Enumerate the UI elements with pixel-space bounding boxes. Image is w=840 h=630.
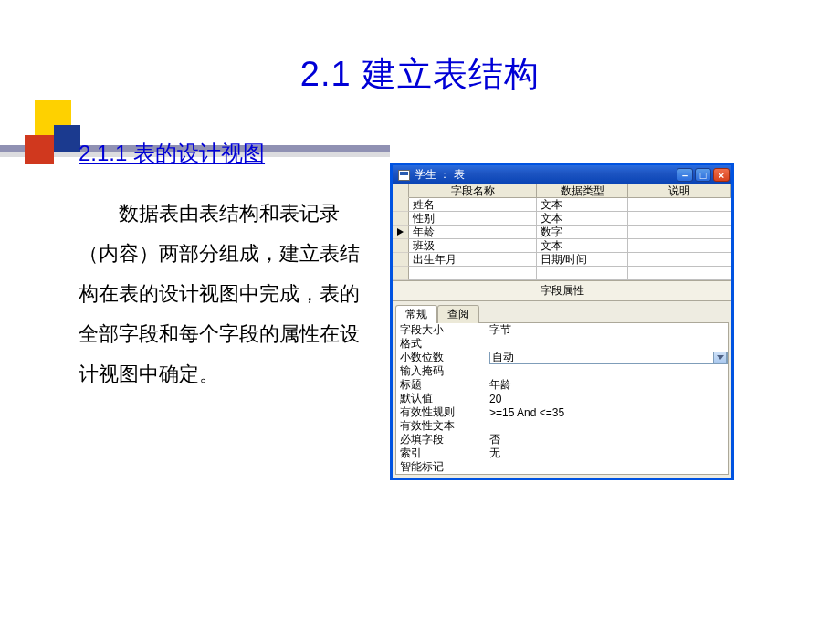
- prop-row: 有效性文本: [396, 419, 728, 433]
- prop-value[interactable]: 年龄: [488, 377, 728, 393]
- tab-lookup[interactable]: 查阅: [437, 305, 479, 323]
- cell-field-desc[interactable]: [628, 212, 731, 226]
- prop-row: 索引无: [396, 446, 728, 460]
- close-button[interactable]: ×: [713, 168, 730, 182]
- cell-field-type[interactable]: 日期/时间: [537, 253, 628, 267]
- col-desc[interactable]: 说明: [628, 184, 731, 198]
- row-selector[interactable]: [393, 253, 409, 267]
- props-tabs: 常规 查阅: [393, 301, 731, 322]
- row-selector[interactable]: [393, 212, 409, 226]
- field-grid: 字段名称 数据类型 说明 姓名文本性别文本年龄数字班级文本出生年月日期/时间: [393, 184, 731, 280]
- tab-general[interactable]: 常规: [395, 305, 437, 323]
- props-panel: 字段大小字节格式小数位数自动输入掩码标题年龄默认值20有效性规则>=15 And…: [395, 322, 729, 475]
- prop-label: 智能标记: [396, 459, 488, 475]
- prop-row: 格式: [396, 337, 728, 351]
- design-window: 学生 ： 表 – □ × 字段名称 数据类型 说明 姓名文本性别文本年龄数字班级…: [390, 163, 734, 480]
- cell-field-desc[interactable]: [628, 239, 731, 253]
- prop-row: 默认值20: [396, 392, 728, 405]
- current-row-indicator-icon: [397, 228, 404, 236]
- cell-empty[interactable]: [537, 267, 628, 280]
- grid-row[interactable]: 出生年月日期/时间: [393, 253, 731, 267]
- cell-field-name[interactable]: 出生年月: [409, 253, 537, 267]
- cell-field-desc[interactable]: [628, 198, 731, 212]
- prop-select[interactable]: 自动: [489, 352, 728, 364]
- prop-row: 有效性规则>=15 And <=35: [396, 405, 728, 419]
- window-caption: 学生 ： 表: [415, 167, 465, 183]
- chevron-down-icon: [717, 355, 724, 360]
- row-selector[interactable]: [393, 198, 409, 212]
- field-props-title: 字段属性: [393, 280, 731, 301]
- row-selector[interactable]: [393, 267, 409, 280]
- maximize-button[interactable]: □: [695, 168, 711, 182]
- body-paragraph: 数据表由表结构和表记录（内容）两部分组成，建立表结构在表的设计视图中完成，表的全…: [79, 194, 371, 394]
- prop-row: 必填字段否: [396, 433, 728, 446]
- decor-blue: [54, 125, 80, 152]
- prop-value[interactable]: 字节: [488, 322, 728, 338]
- prop-value[interactable]: 无: [488, 446, 728, 461]
- table-icon: [398, 170, 410, 181]
- prop-row: 小数位数自动: [396, 351, 728, 364]
- prop-value[interactable]: 20: [488, 393, 728, 405]
- prop-value[interactable]: 自动: [488, 352, 728, 364]
- cell-field-desc[interactable]: [628, 253, 731, 267]
- row-selector[interactable]: [393, 226, 409, 239]
- prop-row: 标题年龄: [396, 378, 728, 392]
- row-selector[interactable]: [393, 239, 409, 253]
- cell-field-desc[interactable]: [628, 226, 731, 239]
- grid-row-empty[interactable]: [393, 267, 731, 280]
- cell-empty[interactable]: [409, 267, 537, 280]
- minimize-button[interactable]: –: [677, 168, 693, 182]
- page-title: 2.1 建立表结构: [0, 51, 840, 98]
- prop-value[interactable]: >=15 And <=35: [488, 406, 728, 419]
- prop-row: 智能标记: [396, 460, 728, 474]
- titlebar[interactable]: 学生 ： 表 – □ ×: [393, 165, 731, 184]
- decor-red: [25, 135, 54, 164]
- cell-empty[interactable]: [628, 267, 731, 280]
- dropdown-button[interactable]: [713, 352, 727, 364]
- prop-row: 字段大小字节: [396, 323, 728, 337]
- prop-row: 输入掩码: [396, 364, 728, 378]
- section-subtitle: 2.1.1 表的设计视图: [79, 139, 265, 168]
